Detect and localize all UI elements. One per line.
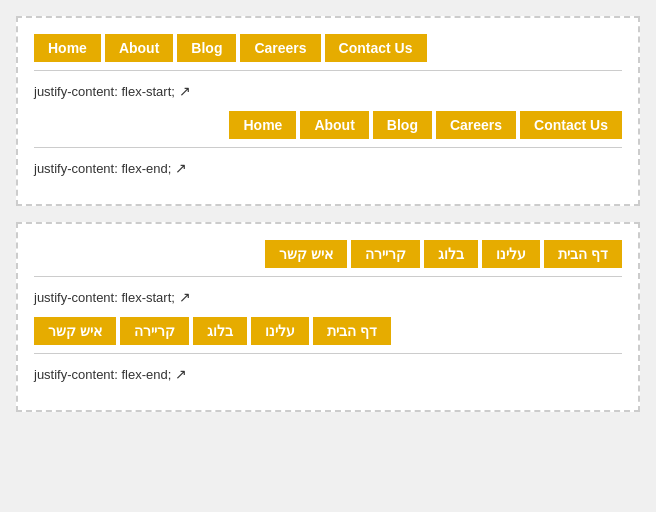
divider-2 — [34, 147, 622, 148]
nav-row-flex-end-ltr: Home About Blog Careers Contact Us — [34, 111, 622, 139]
divider-3 — [34, 276, 622, 277]
nav-row-flex-start-rtl: דף הבית עלינו בלוג קריירה איש קשר — [34, 240, 622, 268]
arrow-2: ↗ — [175, 160, 187, 176]
btn-contact-2[interactable]: Contact Us — [520, 111, 622, 139]
label-flex-end-ltr: justify-content: flex-end; ↗ — [34, 160, 622, 176]
btn-blog-2[interactable]: Blog — [373, 111, 432, 139]
btn-about-2[interactable]: About — [300, 111, 368, 139]
btn-home-1[interactable]: Home — [34, 34, 101, 62]
label-flex-end-rtl: justify-content: flex-end; ↗ — [34, 366, 622, 382]
btn-blog-rtl-2[interactable]: בלוג — [193, 317, 247, 345]
btn-careers-2[interactable]: Careers — [436, 111, 516, 139]
btn-contact-1[interactable]: Contact Us — [325, 34, 427, 62]
section2-box: דף הבית עלינו בלוג קריירה איש קשר justif… — [16, 222, 640, 412]
arrow-4: ↗ — [175, 366, 187, 382]
btn-blog-1[interactable]: Blog — [177, 34, 236, 62]
divider-1 — [34, 70, 622, 71]
btn-contact-rtl-1[interactable]: איש קשר — [265, 240, 347, 268]
divider-4 — [34, 353, 622, 354]
label-text-1: justify-content: flex-start; — [34, 84, 175, 99]
arrow-3: ↗ — [179, 289, 191, 305]
btn-home-2[interactable]: Home — [229, 111, 296, 139]
arrow-1: ↗ — [179, 83, 191, 99]
btn-blog-rtl-1[interactable]: בלוג — [424, 240, 478, 268]
btn-careers-rtl-2[interactable]: קריירה — [120, 317, 189, 345]
label-flex-start-ltr: justify-content: flex-start; ↗ — [34, 83, 622, 99]
nav-row-flex-start-ltr: Home About Blog Careers Contact Us — [34, 34, 622, 62]
section1-box: Home About Blog Careers Contact Us justi… — [16, 16, 640, 206]
btn-careers-1[interactable]: Careers — [240, 34, 320, 62]
btn-home-rtl-1[interactable]: דף הבית — [544, 240, 622, 268]
label-text-3: justify-content: flex-start; — [34, 290, 175, 305]
btn-careers-rtl-1[interactable]: קריירה — [351, 240, 420, 268]
btn-contact-rtl-2[interactable]: איש קשר — [34, 317, 116, 345]
label-flex-start-rtl: justify-content: flex-start; ↗ — [34, 289, 622, 305]
label-text-4: justify-content: flex-end; — [34, 367, 171, 382]
nav-row-flex-end-rtl: דף הבית עלינו בלוג קריירה איש קשר — [34, 317, 622, 345]
btn-home-rtl-2[interactable]: דף הבית — [313, 317, 391, 345]
btn-about-rtl-1[interactable]: עלינו — [482, 240, 540, 268]
label-text-2: justify-content: flex-end; — [34, 161, 171, 176]
btn-about-rtl-2[interactable]: עלינו — [251, 317, 309, 345]
btn-about-1[interactable]: About — [105, 34, 173, 62]
